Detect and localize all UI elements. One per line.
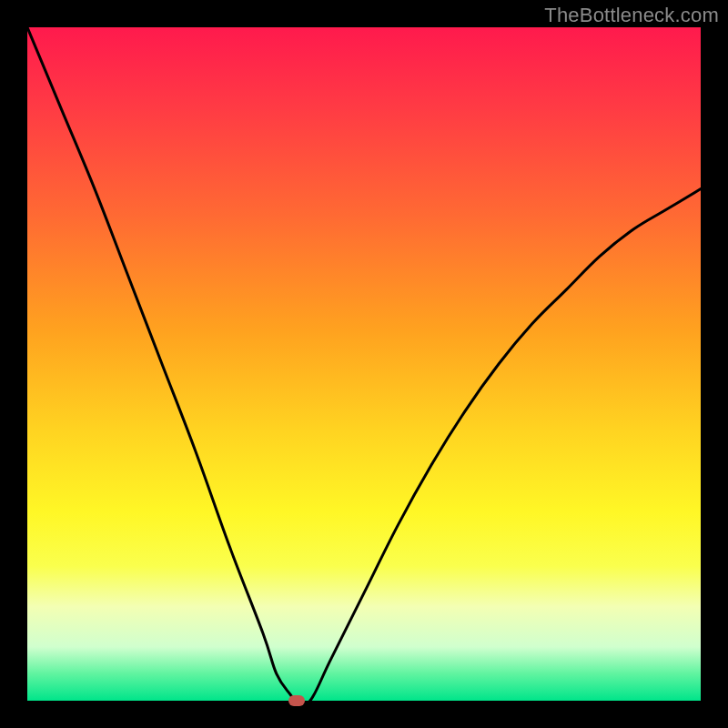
watermark-text: TheBottleneck.com	[544, 4, 719, 27]
plot-area	[27, 27, 701, 701]
bottleneck-curve	[27, 27, 701, 701]
chart-frame: TheBottleneck.com	[0, 0, 728, 728]
optimal-point-marker	[288, 695, 305, 706]
